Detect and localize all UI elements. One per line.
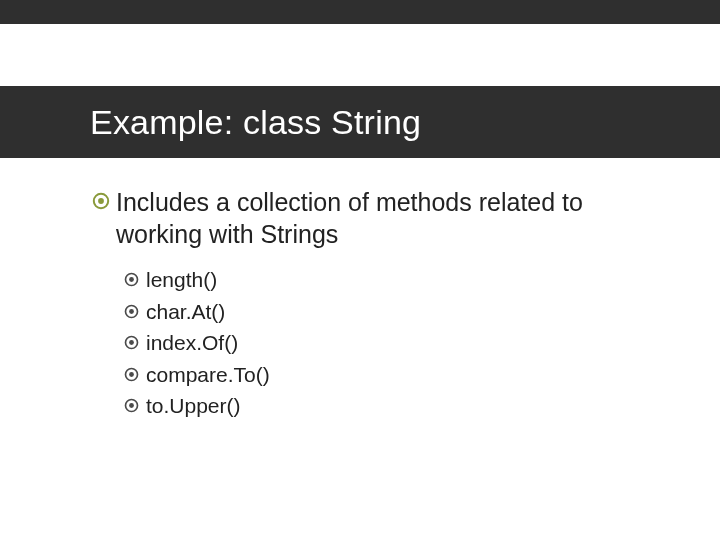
bullet-level2-text: char.At() [146,296,225,328]
title-band: Example: class String [0,86,720,158]
target-bullet-icon [124,398,139,413]
target-bullet-icon [92,192,110,210]
slide-title: Example: class String [90,103,421,142]
svg-point-7 [129,340,134,345]
bullet-level2-text: compare.To() [146,359,270,391]
bullet-level2: length() [124,264,660,296]
bullet-level2-text: length() [146,264,217,296]
bullet-level2-text: to.Upper() [146,390,241,422]
target-bullet-icon [124,367,139,382]
bullet-level2: to.Upper() [124,390,660,422]
bullet-level2: index.Of() [124,327,660,359]
top-accent-bar [0,0,720,24]
svg-point-1 [98,198,104,204]
svg-point-9 [129,372,134,377]
bullet-level2: char.At() [124,296,660,328]
target-bullet-icon [124,272,139,287]
svg-point-5 [129,309,134,314]
slide-body: Includes a collection of methods related… [92,186,660,422]
sub-bullet-list: length() char.At() index.Of() [124,264,660,422]
svg-point-11 [129,403,134,408]
bullet-level1-text: Includes a collection of methods related… [116,186,660,250]
svg-point-3 [129,277,134,282]
slide: Example: class String Includes a collect… [0,0,720,540]
bullet-level2: compare.To() [124,359,660,391]
bullet-level1: Includes a collection of methods related… [92,186,660,250]
target-bullet-icon [124,304,139,319]
bullet-level2-text: index.Of() [146,327,238,359]
target-bullet-icon [124,335,139,350]
